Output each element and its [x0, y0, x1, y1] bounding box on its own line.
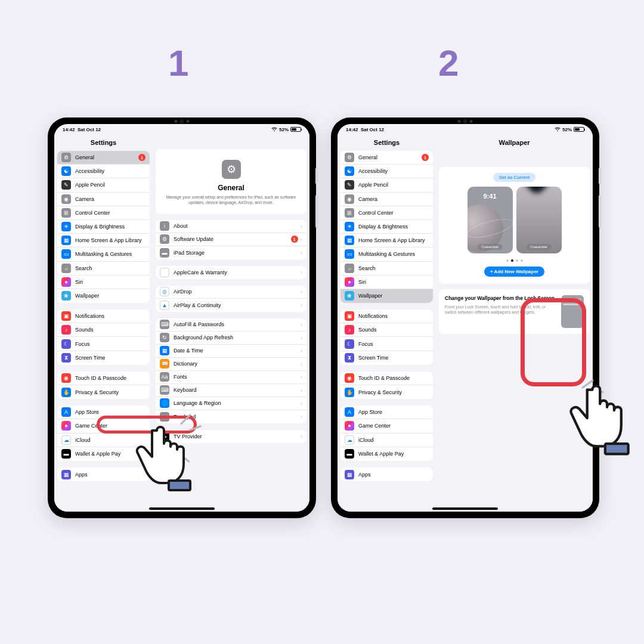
- chevron-right-icon: ›: [301, 302, 302, 308]
- wallpaper-preview-lock[interactable]: 9:41 Customize: [467, 187, 513, 253]
- detail-item-storage[interactable]: ▬iPad Storage›: [156, 246, 306, 259]
- speaker-icon: ♪: [345, 325, 354, 335]
- sidebar-item-general[interactable]: ⚙General1: [57, 151, 150, 165]
- wallpaper-preview-home[interactable]: Customize: [516, 187, 562, 253]
- bell-icon: ▣: [61, 311, 71, 321]
- add-new-wallpaper-button[interactable]: + Add New Wallpaper: [484, 267, 544, 277]
- detail-item-software-update[interactable]: ⚙Software Update1›: [156, 233, 306, 246]
- sidebar-item-multitasking[interactable]: ▭Multitasking & Gestures: [57, 247, 150, 261]
- detail-pane-wallpaper: Wallpaper Set as Current 9:41 Customize …: [436, 134, 593, 512]
- sidebar-item-apple-pencil[interactable]: ✎Apple Pencil: [340, 178, 433, 192]
- chevron-right-icon: ›: [301, 400, 302, 407]
- detail-item-language[interactable]: 🌐Language & Region›: [156, 397, 306, 410]
- sidebar-item-wallpaper[interactable]: ❀Wallpaper: [340, 289, 433, 303]
- sidebar-item-touch-id[interactable]: ◉Touch ID & Passcode: [340, 371, 433, 385]
- home-icon: ▦: [61, 236, 71, 245]
- page-dots: [444, 259, 585, 262]
- chevron-right-icon: ›: [301, 361, 302, 367]
- svg-rect-1: [605, 444, 628, 454]
- detail-item-applecare[interactable]: AppleCare & Warranty›: [156, 266, 306, 279]
- status-bar: 14:42 Sat Oct 12 52%: [338, 124, 593, 134]
- sidebar-item-icloud[interactable]: ☁iCloud: [57, 434, 150, 447]
- sidebar-item-wallpaper[interactable]: ❀Wallpaper: [57, 289, 150, 303]
- sidebar-item-icloud[interactable]: ☁iCloud: [340, 434, 433, 447]
- key-icon: ⌨: [160, 320, 169, 329]
- sidebar-item-touch-id[interactable]: ◉Touch ID & Passcode: [57, 371, 150, 385]
- hourglass-icon: ⧗: [345, 353, 354, 363]
- airplay-icon: ▲: [160, 301, 169, 310]
- sidebar-item-search[interactable]: ⌕Search: [340, 262, 433, 275]
- sidebar-item-privacy[interactable]: ✋Privacy & Security: [340, 385, 433, 399]
- sidebar-item-screen-time[interactable]: ⧗Screen Time: [340, 351, 433, 365]
- sidebar-item-app-store[interactable]: AApp Store: [340, 405, 433, 419]
- sidebar-item-wallet[interactable]: ▬Wallet & Apple Pay: [340, 447, 433, 461]
- home-indicator[interactable]: [149, 507, 215, 510]
- sidebar-item-screen-time[interactable]: ⧗Screen Time: [57, 351, 150, 365]
- detail-item-tv-provider[interactable]: ▶TV Provider›: [156, 430, 306, 443]
- camera-icon: ◉: [345, 194, 354, 204]
- detail-item-airplay[interactable]: ▲AirPlay & Continuity›: [156, 299, 306, 312]
- sidebar-item-app-store[interactable]: AApp Store: [57, 405, 150, 419]
- sidebar-item-search[interactable]: ⌕Search: [57, 262, 150, 275]
- detail-item-airdrop[interactable]: ◎AirDrop›: [156, 286, 306, 299]
- settings-title: Settings: [340, 134, 433, 151]
- home-indicator[interactable]: [432, 507, 498, 510]
- sidebar-item-accessibility[interactable]: ☯Accessibility: [57, 165, 150, 178]
- home-icon: ▦: [345, 236, 354, 245]
- detail-item-keyboard[interactable]: ⌨Keyboard›: [156, 384, 306, 397]
- sidebar-item-control-center[interactable]: ⊞Control Center: [340, 206, 433, 220]
- detail-item-trackpad[interactable]: ▭Trackpad›: [156, 410, 306, 423]
- sidebar-item-apps[interactable]: ▦Apps: [57, 467, 150, 481]
- sidebar-item-focus[interactable]: ☾Focus: [57, 337, 150, 351]
- mini-time: 9:41: [574, 298, 581, 302]
- storage-icon: ▬: [160, 248, 169, 258]
- detail-item-autofill[interactable]: ⌨AutoFill & Passwords›: [156, 318, 306, 332]
- appstore-icon: A: [345, 407, 354, 417]
- sidebar-item-apps[interactable]: ▦Apps: [340, 467, 433, 481]
- sidebar-item-home-screen[interactable]: ▦Home Screen & App Library: [57, 234, 150, 247]
- detail-item-dictionary[interactable]: 📖Dictionary›: [156, 358, 306, 371]
- search-icon: ⌕: [61, 264, 71, 273]
- sidebar-item-game-center[interactable]: ●Game Center: [340, 419, 433, 433]
- sidebar-item-notifications[interactable]: ▣Notifications: [340, 309, 433, 323]
- detail-item-about[interactable]: iAbout›: [156, 220, 306, 233]
- chevron-right-icon: ›: [301, 249, 302, 256]
- sidebar-item-siri[interactable]: ●Siri: [57, 275, 150, 289]
- update-icon: ⚙: [160, 234, 169, 244]
- gear-icon: ⚙: [345, 153, 354, 162]
- customize-button[interactable]: Customize: [477, 244, 502, 250]
- sidebar-item-siri[interactable]: ●Siri: [340, 275, 433, 289]
- volume-buttons: [599, 195, 601, 228]
- sidebar-item-sounds[interactable]: ♪Sounds: [57, 323, 150, 337]
- sidebar-item-general[interactable]: ⚙General1: [340, 151, 433, 165]
- brightness-icon: ☀: [345, 222, 354, 231]
- sidebar-item-focus[interactable]: ☾Focus: [340, 337, 433, 351]
- sidebar-item-display[interactable]: ☀Display & Brightness: [57, 220, 150, 234]
- sidebar-item-home-screen[interactable]: ▦Home Screen & App Library: [340, 234, 433, 247]
- status-date: Sat Oct 12: [78, 127, 101, 132]
- general-hero: ⚙ General Manage your overall setup and …: [156, 149, 306, 214]
- sidebar-item-game-center[interactable]: ●Game Center: [57, 419, 150, 433]
- search-icon: ⌕: [345, 264, 354, 273]
- camera-notch: [458, 119, 473, 123]
- sidebar-item-apple-pencil[interactable]: ✎Apple Pencil: [57, 178, 150, 192]
- sidebar-item-camera[interactable]: ◉Camera: [57, 193, 150, 206]
- detail-item-bg-refresh[interactable]: ↻Background App Refresh›: [156, 332, 306, 345]
- detail-item-fonts[interactable]: AaFonts›: [156, 371, 306, 384]
- sidebar-item-control-center[interactable]: ⊞Control Center: [57, 206, 150, 220]
- sidebar-item-accessibility[interactable]: ☯Accessibility: [340, 165, 433, 178]
- set-as-current-button[interactable]: Set as Current: [493, 173, 536, 182]
- sidebar-item-privacy[interactable]: ✋Privacy & Security: [57, 385, 150, 399]
- sidebar-item-sounds[interactable]: ♪Sounds: [340, 323, 433, 337]
- sidebar-item-display[interactable]: ☀Display & Brightness: [340, 220, 433, 234]
- camera-icon: ◉: [61, 194, 71, 204]
- sidebar-item-multitasking[interactable]: ▭Multitasking & Gestures: [340, 247, 433, 261]
- customize-button[interactable]: Customize: [526, 244, 551, 250]
- power-button: [315, 168, 318, 184]
- sidebar-item-wallet[interactable]: ▬Wallet & Apple Pay: [57, 447, 150, 461]
- apps-icon: ▦: [345, 470, 354, 479]
- detail-item-date-time[interactable]: ▦Date & Time›: [156, 345, 306, 358]
- sidebar-item-camera[interactable]: ◉Camera: [340, 193, 433, 206]
- chevron-right-icon: ›: [301, 223, 302, 230]
- sidebar-item-notifications[interactable]: ▣Notifications: [57, 309, 150, 323]
